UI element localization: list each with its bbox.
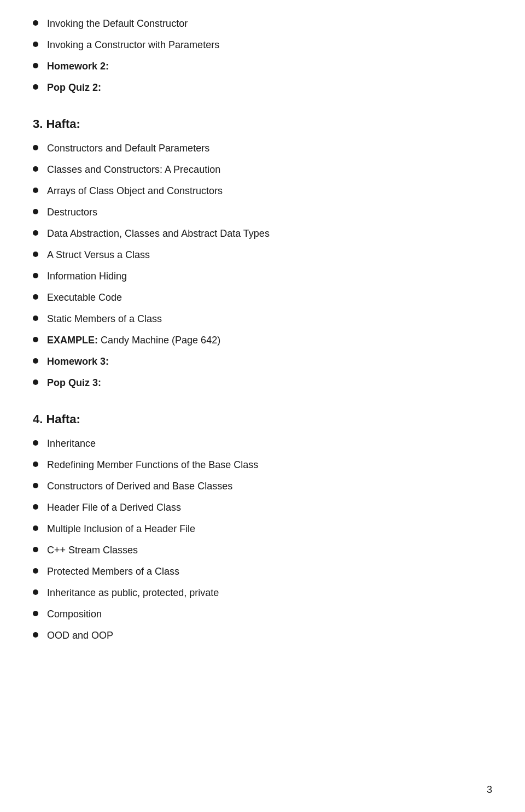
item-text: Inheritance as public, protected, privat… (47, 586, 219, 600)
list-item: Destructors (33, 205, 492, 220)
list-item: Composition (33, 607, 492, 622)
top-section: Invoking the Default Constructor Invokin… (33, 16, 492, 95)
section-3-heading: 3. Hafta: (33, 117, 492, 131)
item-text: Pop Quiz 3: (47, 376, 101, 390)
bullet-dot (33, 440, 38, 446)
list-item: A Struct Versus a Class (33, 248, 492, 262)
bullet-dot (33, 568, 38, 574)
list-item: Header File of a Derived Class (33, 500, 492, 515)
list-item: Invoking a Constructor with Parameters (33, 38, 492, 52)
item-text: Classes and Constructors: A Precaution (47, 162, 220, 177)
item-text: Destructors (47, 205, 97, 220)
item-text: Arrays of Class Object and Constructors (47, 184, 223, 198)
item-text: Homework 2: (47, 59, 109, 74)
bullet-dot (33, 589, 38, 595)
bullet-dot (33, 230, 38, 236)
item-text: Inheritance (47, 436, 96, 451)
section-3: 3. Hafta: Constructors and Default Param… (33, 117, 492, 390)
item-text: C++ Stream Classes (47, 543, 138, 558)
item-text: Protected Members of a Class (47, 564, 179, 579)
bullet-dot (33, 145, 38, 150)
item-text: Header File of a Derived Class (47, 500, 181, 515)
item-text: Redefining Member Functions of the Base … (47, 458, 258, 472)
list-item: Protected Members of a Class (33, 564, 492, 579)
section-4: 4. Hafta: Inheritance Redefining Member … (33, 412, 492, 643)
item-text: Composition (47, 607, 102, 622)
bullet-dot (33, 504, 38, 510)
item-text: Invoking a Constructor with Parameters (47, 38, 219, 52)
list-item: Constructors of Derived and Base Classes (33, 479, 492, 494)
bullet-dot (33, 252, 38, 257)
list-item: Classes and Constructors: A Precaution (33, 162, 492, 177)
list-item: Redefining Member Functions of the Base … (33, 458, 492, 472)
list-item: Pop Quiz 3: (33, 376, 492, 390)
list-item: Homework 2: (33, 59, 492, 74)
bullet-dot (33, 358, 38, 364)
item-text: A Struct Versus a Class (47, 248, 150, 262)
item-text: Data Abstraction, Classes and Abstract D… (47, 226, 270, 241)
item-text: Multiple Inclusion of a Header File (47, 522, 195, 536)
list-item: EXAMPLE: Candy Machine (Page 642) (33, 333, 492, 348)
list-item: Constructors and Default Parameters (33, 141, 492, 156)
bullet-dot (33, 63, 38, 68)
item-text: Pop Quiz 2: (47, 80, 101, 95)
page-number: 3 (487, 784, 492, 796)
top-bullet-list: Invoking the Default Constructor Invokin… (33, 16, 492, 95)
bullet-dot (33, 379, 38, 385)
item-text: Static Members of a Class (47, 312, 162, 326)
bullet-dot (33, 547, 38, 552)
bullet-dot (33, 84, 38, 90)
list-item: Pop Quiz 2: (33, 80, 492, 95)
section-4-heading: 4. Hafta: (33, 412, 492, 427)
item-text: Executable Code (47, 290, 122, 305)
bullet-dot (33, 20, 38, 26)
bullet-dot (33, 42, 38, 47)
item-text: EXAMPLE: Candy Machine (Page 642) (47, 333, 220, 348)
list-item: Information Hiding (33, 269, 492, 284)
list-item: C++ Stream Classes (33, 543, 492, 558)
list-item: Executable Code (33, 290, 492, 305)
list-item: Invoking the Default Constructor (33, 16, 492, 31)
bullet-dot (33, 632, 38, 638)
section-3-bullet-list: Constructors and Default Parameters Clas… (33, 141, 492, 390)
item-text: Constructors of Derived and Base Classes (47, 479, 232, 494)
list-item: OOD and OOP (33, 628, 492, 643)
item-text: Homework 3: (47, 354, 109, 369)
bullet-dot (33, 209, 38, 214)
bullet-dot (33, 273, 38, 278)
item-text: Information Hiding (47, 269, 127, 284)
list-item: Static Members of a Class (33, 312, 492, 326)
list-item: Multiple Inclusion of a Header File (33, 522, 492, 536)
bullet-dot (33, 166, 38, 172)
bullet-dot (33, 525, 38, 531)
bullet-dot (33, 462, 38, 467)
bullet-dot (33, 316, 38, 321)
bullet-dot (33, 188, 38, 193)
list-item: Homework 3: (33, 354, 492, 369)
item-text: Invoking the Default Constructor (47, 16, 188, 31)
list-item: Arrays of Class Object and Constructors (33, 184, 492, 198)
section-4-bullet-list: Inheritance Redefining Member Functions … (33, 436, 492, 643)
bullet-dot (33, 294, 38, 300)
bullet-dot (33, 483, 38, 488)
list-item: Inheritance as public, protected, privat… (33, 586, 492, 600)
item-text: OOD and OOP (47, 628, 113, 643)
bullet-dot (33, 611, 38, 616)
list-item: Data Abstraction, Classes and Abstract D… (33, 226, 492, 241)
list-item: Inheritance (33, 436, 492, 451)
bullet-dot (33, 337, 38, 342)
item-text: Constructors and Default Parameters (47, 141, 209, 156)
